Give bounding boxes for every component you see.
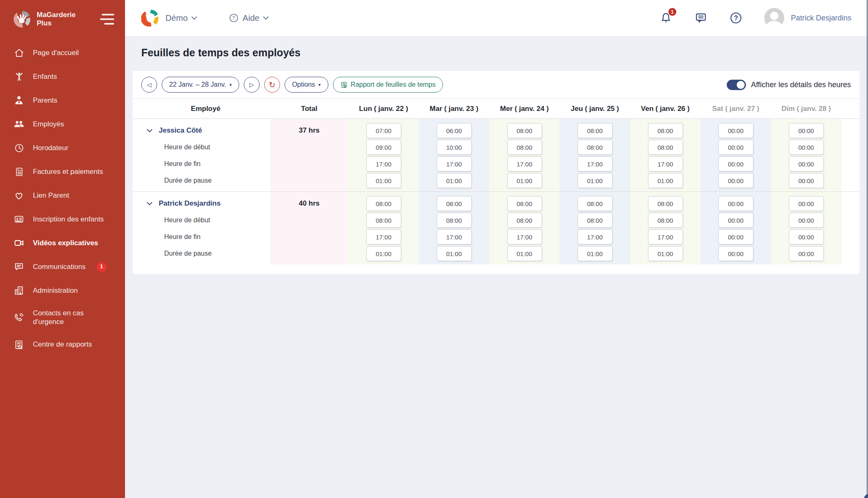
sidebar-item-centre-rapports[interactable]: Centre de rapports (0, 333, 125, 357)
time-input-daily-totals[interactable] (366, 123, 401, 138)
demo-dropdown[interactable]: Démo (165, 13, 197, 23)
time-input-pause-durations[interactable] (507, 246, 542, 261)
time-input-daily-totals[interactable] (578, 123, 613, 138)
total-column: 40 hrs (270, 192, 348, 264)
day-column-6 (771, 192, 841, 264)
time-input-end-times[interactable] (437, 156, 472, 171)
time-input-start-times[interactable] (789, 213, 824, 228)
time-input-start-times[interactable] (648, 213, 683, 228)
time-input-end-times[interactable] (578, 229, 613, 244)
time-input-daily-totals[interactable] (718, 196, 753, 211)
time-input-end-times[interactable] (437, 229, 472, 244)
sidebar-item-videos-explicatives[interactable]: Vidéos explicatives (0, 231, 125, 255)
time-input-end-times[interactable] (789, 156, 824, 171)
triangle-right-icon: ▷ (250, 82, 254, 88)
time-input-start-times[interactable] (578, 140, 613, 155)
options-button[interactable]: Options ▾ (285, 77, 328, 93)
time-input-daily-totals[interactable] (789, 123, 824, 138)
table-header-row: Employé Total Lun ( janv. 22 )Mar ( janv… (133, 99, 860, 119)
sidebar-item-horodateur[interactable]: Horodateur (0, 136, 125, 160)
time-input-start-times[interactable] (507, 213, 542, 228)
time-input-end-times[interactable] (366, 156, 401, 171)
time-input-pause-durations[interactable] (366, 173, 401, 188)
time-input-daily-totals[interactable] (366, 196, 401, 211)
sidebar-nav: Page d'accueil Enfants Parents (0, 41, 125, 357)
time-input-pause-durations[interactable] (789, 246, 824, 261)
column-header-employee: Employé (141, 105, 270, 113)
time-input-pause-durations[interactable] (507, 173, 542, 188)
time-input-daily-totals[interactable] (648, 196, 683, 211)
time-input-start-times[interactable] (648, 140, 683, 155)
day-column-1 (419, 119, 489, 191)
time-input-start-times[interactable] (718, 213, 753, 228)
total-column: 37 hrs (270, 119, 348, 191)
time-input-daily-totals[interactable] (578, 196, 613, 211)
sidebar-item-parents[interactable]: Parents (0, 88, 125, 112)
notifications-bell-icon[interactable]: 1 (659, 11, 673, 25)
time-input-pause-durations[interactable] (437, 173, 472, 188)
sidebar-item-employes[interactable]: Employés (0, 112, 125, 136)
time-input-pause-durations[interactable] (366, 246, 401, 261)
date-range-button[interactable]: 22 Janv. – 28 Janv. ▾ (162, 77, 239, 93)
time-input-end-times[interactable] (507, 229, 542, 244)
time-input-start-times[interactable] (718, 140, 753, 155)
time-input-pause-durations[interactable] (718, 246, 753, 261)
time-input-daily-totals[interactable] (437, 196, 472, 211)
time-input-daily-totals[interactable] (718, 123, 753, 138)
time-input-end-times[interactable] (578, 156, 613, 171)
time-input-pause-durations[interactable] (648, 173, 683, 188)
prev-week-button[interactable]: ◁ (141, 77, 157, 93)
time-input-start-times[interactable] (578, 213, 613, 228)
sidebar-item-contacts-urgence[interactable]: Contacts en cas d'urgence (0, 302, 125, 333)
sidebar-item-lien-parent[interactable]: Lien Parent (0, 184, 125, 207)
time-input-end-times[interactable] (648, 229, 683, 244)
time-input-end-times[interactable] (718, 229, 753, 244)
time-input-pause-durations[interactable] (578, 246, 613, 261)
time-input-end-times[interactable] (507, 156, 542, 171)
time-input-pause-durations[interactable] (437, 246, 472, 261)
child-icon (13, 71, 25, 82)
time-input-start-times[interactable] (366, 140, 401, 155)
time-input-pause-durations[interactable] (578, 173, 613, 188)
time-input-end-times[interactable] (648, 156, 683, 171)
day-column-3 (560, 119, 630, 191)
time-input-pause-durations[interactable] (648, 246, 683, 261)
time-input-end-times[interactable] (718, 156, 753, 171)
time-input-end-times[interactable] (789, 229, 824, 244)
refresh-button[interactable]: ↻ (264, 77, 280, 93)
sidebar-item-administration[interactable]: Administration (0, 279, 125, 302)
time-input-daily-totals[interactable] (648, 123, 683, 138)
sidebar-item-enfants[interactable]: Enfants (0, 65, 125, 88)
chat-icon (13, 261, 25, 272)
time-input-start-times[interactable] (366, 213, 401, 228)
time-input-daily-totals[interactable] (437, 123, 472, 138)
report-button[interactable]: Rapport de feuilles de temps (333, 77, 443, 93)
aide-dropdown[interactable]: ? Aide (229, 13, 269, 23)
time-input-daily-totals[interactable] (507, 196, 542, 211)
svg-text:$: $ (17, 169, 19, 172)
employee-name[interactable]: Patrick Desjardins (141, 195, 270, 212)
time-input-pause-durations[interactable] (789, 173, 824, 188)
next-week-button[interactable]: ▷ (244, 77, 260, 93)
user-menu[interactable]: Patrick Desjardins (764, 8, 851, 28)
time-input-start-times[interactable] (437, 213, 472, 228)
help-icon[interactable]: ? (729, 11, 743, 25)
time-input-end-times[interactable] (366, 229, 401, 244)
time-input-start-times[interactable] (507, 140, 542, 155)
day-column-6 (771, 119, 841, 191)
row-label: Heure de début (147, 216, 210, 224)
employee-name[interactable]: Jessica Côté (141, 122, 270, 139)
sidebar-item-communications[interactable]: Communications 1 (0, 255, 125, 279)
sidebar-item-inscription[interactable]: Inscription des enfants (0, 207, 125, 231)
time-input-start-times[interactable] (789, 140, 824, 155)
hamburger-menu-icon[interactable] (100, 14, 114, 25)
time-input-daily-totals[interactable] (507, 123, 542, 138)
messages-icon[interactable] (694, 11, 708, 25)
sidebar-item-factures[interactable]: $ Factures et paiements (0, 160, 125, 184)
sidebar-item-page-accueil[interactable]: Page d'accueil (0, 41, 125, 65)
column-header-day-1: Mar ( janv. 23 ) (419, 105, 489, 113)
time-input-start-times[interactable] (437, 140, 472, 155)
time-input-pause-durations[interactable] (718, 173, 753, 188)
show-hour-details-toggle[interactable] (727, 80, 746, 90)
time-input-daily-totals[interactable] (789, 196, 824, 211)
